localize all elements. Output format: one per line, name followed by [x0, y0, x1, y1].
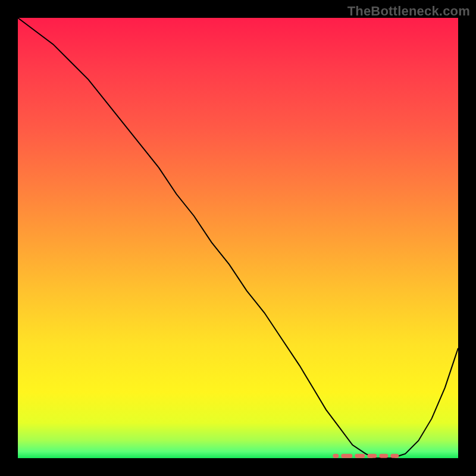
watermark-label: TheBottleneck.com — [347, 4, 470, 19]
bottleneck-chart — [0, 0, 476, 476]
plot-background — [18, 18, 458, 458]
chart-stage: TheBottleneck.com — [0, 0, 476, 476]
